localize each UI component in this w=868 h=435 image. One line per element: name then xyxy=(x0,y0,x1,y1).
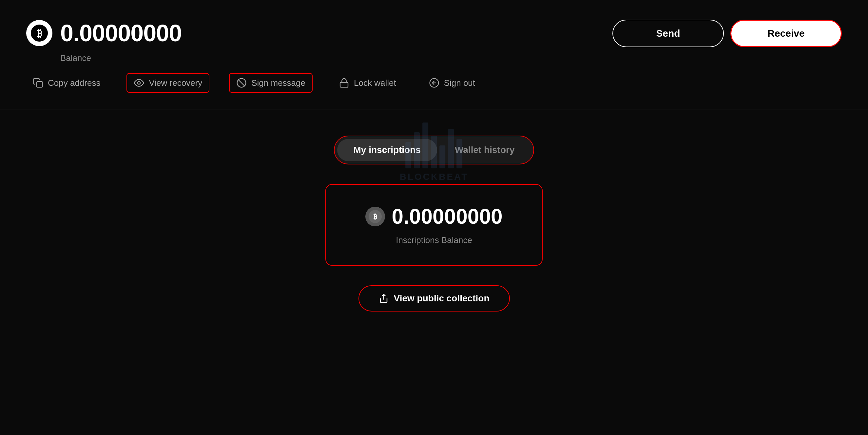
sign-message-button[interactable]: Sign message xyxy=(229,73,313,93)
bar4 xyxy=(431,135,437,168)
view-recovery-button[interactable]: View recovery xyxy=(126,73,209,93)
inscriptions-balance-card: ₿ 0.00000000 Inscriptions Balance xyxy=(326,184,542,266)
top-section: ₿ 0.00000000 Send Receive Balance Copy a… xyxy=(0,0,868,110)
svg-point-3 xyxy=(137,82,140,84)
lock-icon xyxy=(339,77,349,88)
send-button[interactable]: Send xyxy=(612,20,724,47)
bottom-section: BLOCKBEAT My inscriptions Wallet history… xyxy=(0,110,868,338)
eye-icon xyxy=(134,77,144,88)
balance-row: ₿ 0.00000000 Send Receive xyxy=(26,20,842,46)
watermark-text: BLOCKBEAT xyxy=(400,172,469,182)
balance-amount: 0.00000000 xyxy=(60,20,182,46)
view-public-collection-button[interactable]: View public collection xyxy=(359,285,510,312)
copy-address-button[interactable]: Copy address xyxy=(26,74,107,92)
lock-wallet-label: Lock wallet xyxy=(354,78,396,88)
view-recovery-label: View recovery xyxy=(149,78,202,88)
balance-left: ₿ 0.00000000 xyxy=(26,20,182,46)
balance-label: Balance xyxy=(60,53,842,63)
bitcoin-icon-medium: ₿ xyxy=(365,207,385,226)
bitcoin-icon-large: ₿ xyxy=(26,20,53,46)
copy-address-label: Copy address xyxy=(48,78,100,88)
watermark-bars xyxy=(406,123,463,168)
svg-rect-2 xyxy=(37,82,42,87)
sign-out-label: Sign out xyxy=(444,78,475,88)
inscriptions-balance-row: ₿ 0.00000000 xyxy=(365,205,502,229)
sign-icon xyxy=(236,77,247,88)
inscriptions-balance-label: Inscriptions Balance xyxy=(396,235,472,245)
btc-logo-svg: ₿ xyxy=(31,25,48,41)
svg-rect-6 xyxy=(340,83,348,88)
bar2 xyxy=(414,132,420,168)
sign-out-button[interactable]: Sign out xyxy=(422,74,482,92)
share-icon xyxy=(379,293,389,303)
svg-text:₿: ₿ xyxy=(37,28,42,39)
receive-button[interactable]: Receive xyxy=(731,20,842,47)
svg-line-5 xyxy=(239,80,245,86)
balance-info: 0.00000000 xyxy=(60,20,182,46)
lock-wallet-button[interactable]: Lock wallet xyxy=(332,74,403,92)
view-collection-label: View public collection xyxy=(394,293,490,304)
btc-medium-svg: ₿ xyxy=(369,210,382,223)
inscriptions-amount: 0.00000000 xyxy=(392,205,502,229)
copy-icon xyxy=(33,77,43,88)
sign-message-label: Sign message xyxy=(251,78,305,88)
bar1 xyxy=(406,142,411,168)
bar6 xyxy=(448,129,454,168)
actions-row: Copy address View recovery Sign message xyxy=(26,73,842,93)
action-buttons: Send Receive xyxy=(612,20,842,47)
bar7 xyxy=(457,139,463,168)
watermark: BLOCKBEAT xyxy=(400,123,469,182)
svg-text:₿: ₿ xyxy=(374,213,377,221)
bar3 xyxy=(423,123,429,168)
bar5 xyxy=(440,146,446,168)
signout-icon xyxy=(429,77,439,88)
